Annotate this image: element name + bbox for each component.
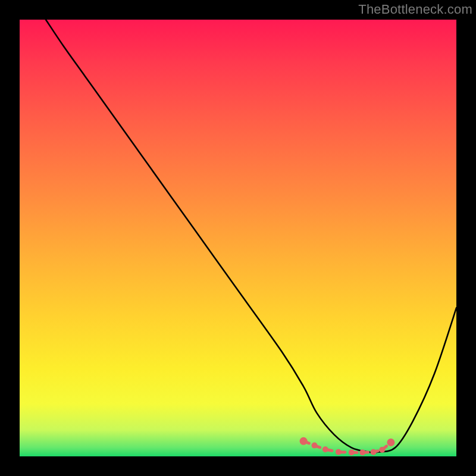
curve-group: [46, 20, 456, 453]
marker-dot: [300, 437, 308, 445]
optimal-range-markers: [300, 437, 395, 456]
marker-dot: [359, 449, 365, 455]
marker-dot: [349, 449, 355, 455]
marker-dot: [336, 449, 342, 455]
marker-dot: [371, 449, 377, 455]
watermark-text: TheBottleneck.com: [358, 2, 472, 17]
marker-dot: [312, 443, 318, 449]
plot-overlay: [20, 20, 456, 456]
bottleneck-curve: [46, 20, 456, 453]
marker-dot: [379, 447, 385, 453]
marker-dot: [322, 446, 328, 452]
chart-container: TheBottleneck.com: [0, 0, 476, 476]
marker-dot: [387, 439, 394, 446]
